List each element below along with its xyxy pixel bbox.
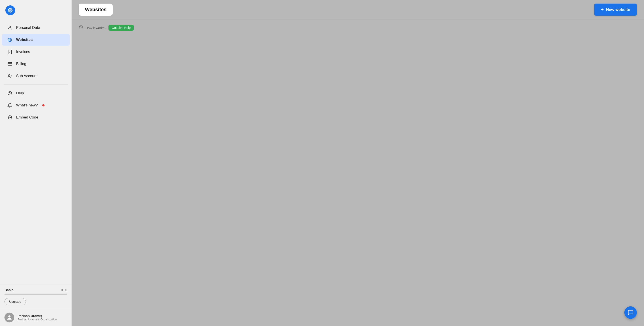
sidebar-nav: Personal Data Websites [0,20,72,284]
sidebar-item-help[interactable]: Help [2,88,70,99]
embed-icon [7,115,12,120]
sub-account-icon [7,73,12,79]
plan-header: Basic 0 / 0 [4,288,67,292]
new-website-label: New website [606,8,630,12]
avatar [4,312,14,322]
user-section: Perihan Uramış Perihan Uramış's Organiza… [0,309,72,326]
notification-badge [42,104,44,106]
bell-icon [7,103,12,108]
globe-icon [7,37,12,42]
logo-area [0,0,72,20]
new-website-button[interactable]: + New website [594,4,637,16]
sidebar-item-sub-account[interactable]: Sub Account [2,70,70,82]
invoice-icon [7,49,12,54]
upgrade-button[interactable]: Upgrade [4,298,26,305]
sidebar-item-embed-code[interactable]: Embed Code [2,112,70,123]
main-content: Websites + New website How it works? Get… [72,0,644,326]
billing-icon [7,61,12,67]
how-it-works-text: How it works? [86,26,106,30]
svg-point-15 [10,94,10,94]
sidebar-item-label: Sub Account [16,74,37,78]
get-live-help-button[interactable]: Get Live Help [108,25,134,31]
help-icon [7,90,12,96]
sidebar-item-label: Websites [16,38,33,42]
sidebar-item-label: Billing [16,62,26,66]
page-title: Websites [85,7,106,12]
user-icon [7,315,12,320]
svg-point-23 [81,28,81,28]
svg-point-1 [9,26,10,28]
svg-point-17 [9,117,10,118]
nav-divider [4,84,68,85]
how-it-works-bar: How it works? Get Live Help [72,20,644,36]
sidebar: Personal Data Websites [0,0,72,326]
app-logo[interactable] [5,5,15,15]
sidebar-item-personal-data[interactable]: Personal Data [2,22,70,34]
chat-fab-button[interactable] [624,306,637,319]
sidebar-item-label: What's new? [16,103,38,108]
user-info: Perihan Uramış Perihan Uramış's Organiza… [18,314,67,321]
person-icon [7,25,12,30]
sidebar-item-label: Embed Code [16,115,38,120]
sidebar-item-billing[interactable]: Billing [2,58,70,70]
how-it-works-icon [79,25,83,31]
logo-icon [8,8,13,13]
svg-rect-9 [8,62,12,66]
plus-icon: + [601,7,604,12]
sidebar-item-label: Personal Data [16,26,40,30]
plan-progress-bar-bg [4,294,67,295]
sidebar-item-websites[interactable]: Websites [2,34,70,46]
chat-icon [628,310,634,316]
sidebar-item-invoices[interactable]: Invoices [2,46,70,58]
sidebar-item-whats-new[interactable]: What's new? [2,100,70,111]
user-org: Perihan Uramış's Organization [18,318,67,321]
plan-section: Basic 0 / 0 Upgrade [0,284,72,309]
content-area [72,36,644,326]
sidebar-item-label: Help [16,91,24,96]
plan-name: Basic [4,288,14,292]
page-title-card: Websites [79,4,113,16]
user-name: Perihan Uramış [18,314,67,318]
sidebar-item-label: Invoices [16,50,30,54]
svg-point-11 [8,74,10,76]
topbar: Websites + New website [72,0,644,19]
plan-count: 0 / 0 [61,288,67,292]
